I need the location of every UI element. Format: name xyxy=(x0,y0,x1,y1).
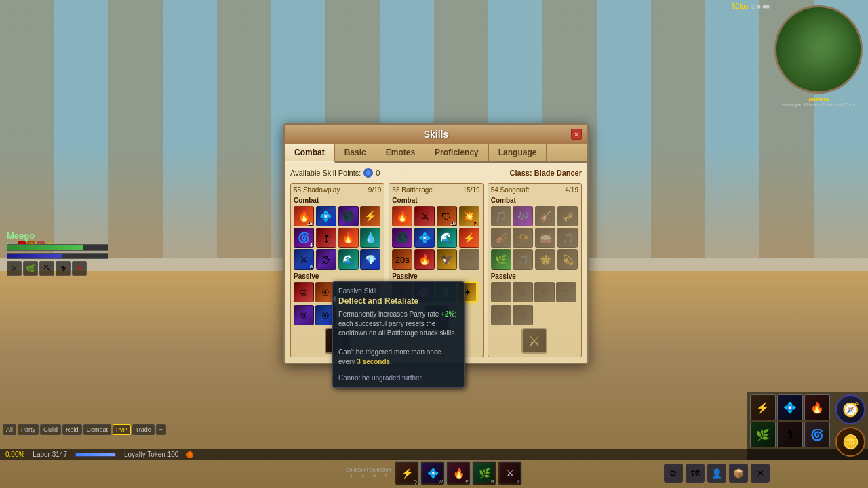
hud-icon[interactable]: 👤 xyxy=(707,464,726,483)
skill-slot[interactable]: 🌑 xyxy=(338,206,359,226)
skill-slot[interactable]: ⚡ xyxy=(459,228,479,248)
skill-slot-locked[interactable]: ? xyxy=(459,249,479,270)
skill-slot[interactable]: ⚔ 6 xyxy=(294,249,314,270)
skill-slot[interactable]: 🗡 xyxy=(316,228,336,248)
br-slot[interactable]: 🔥 xyxy=(804,394,830,420)
server-icons: S ■ ■■ xyxy=(751,3,770,10)
hud-icon[interactable]: 🗺 xyxy=(686,464,705,483)
tab-emotes[interactable]: Emotes xyxy=(376,144,425,161)
skill-slot[interactable]: 💥 7↑ xyxy=(459,206,479,226)
tooltip-highlight-2: 3 seconds xyxy=(357,358,390,365)
window-title: Skills xyxy=(424,129,449,140)
br-slot[interactable]: 🌀 xyxy=(804,422,830,447)
shadowplay-name: 55 Shadowplay xyxy=(294,186,340,194)
chat-tab-party[interactable]: Party xyxy=(18,424,39,435)
skill-slot[interactable]: ⚔ xyxy=(414,206,435,226)
chat-tab-pvp[interactable]: PvP xyxy=(113,424,131,435)
minimap[interactable] xyxy=(774,5,863,94)
top-hud-bar: 52fps S ■ ■■ xyxy=(732,3,770,10)
tooltip-desc-line2: ; each successful parry resets the coold… xyxy=(338,310,456,337)
class-name-display: Class: Blade Dancer xyxy=(510,169,582,177)
chat-tab-raid[interactable]: Raid xyxy=(62,424,82,435)
hotbar-slot-1[interactable]: ⚡ Q xyxy=(395,461,419,485)
tooltip-type: Passive Skill xyxy=(338,287,458,295)
skill-slot[interactable]: 🌀 4 xyxy=(294,228,314,248)
battlerage-combat-grid: 🔥 ⚔ 🛡 10 💥 7↑ 🌑 xyxy=(392,206,479,270)
tab-combat[interactable]: Combat xyxy=(285,144,335,163)
skill-slot[interactable]: 🌑 xyxy=(392,228,412,248)
skill-slot[interactable]: ⚡ xyxy=(360,206,380,226)
hp-bar xyxy=(7,244,108,251)
compass-icon: 🧭 xyxy=(835,394,865,424)
songcraft-combat-label: Combat xyxy=(491,197,578,204)
tab-basic[interactable]: Basic xyxy=(335,144,376,161)
hotbar-slot-x[interactable]: ⚔ X xyxy=(498,461,522,485)
chat-tabs: All Party Guild Raid Combat PvP Trade + xyxy=(0,424,169,435)
br-slot[interactable]: 🌿 xyxy=(750,422,776,447)
skill-slot[interactable]: 🌿 xyxy=(491,249,511,270)
skill-slot[interactable]: 💎 xyxy=(360,249,380,270)
skill-slot[interactable]: 🌊 xyxy=(338,249,359,270)
player-name: Meego xyxy=(7,230,35,241)
hotbar-slot-3[interactable]: 🔥 E xyxy=(446,461,471,485)
skill-slot-dim[interactable]: 🎸 xyxy=(535,206,555,226)
skill-slot[interactable]: 🌊 xyxy=(437,228,457,248)
skill-slot[interactable]: 🌫 xyxy=(316,249,336,270)
skill-slot[interactable]: 💧 xyxy=(360,228,380,248)
minimap-location: Austera Haranyan Alliance Controlled Zon… xyxy=(774,96,863,107)
hud-icon[interactable]: 📦 xyxy=(729,464,748,483)
skill-slot[interactable]: 🎶 xyxy=(513,206,533,226)
skill-slot[interactable]: 🔥 18 xyxy=(294,206,314,226)
passive-slot-dim[interactable]: ⑧ xyxy=(491,305,511,325)
tab-proficiency[interactable]: Proficiency xyxy=(425,144,489,161)
skill-slot[interactable]: 🔥 xyxy=(338,228,359,248)
chat-tab-add[interactable]: + xyxy=(156,424,166,435)
loyalty-icon xyxy=(186,451,193,458)
skill-slot-dim[interactable]: 🎺 xyxy=(557,206,578,226)
hotbar-slot-4[interactable]: 🌿 R xyxy=(472,461,496,485)
skill-slot-dim[interactable]: 🎵 xyxy=(491,206,511,226)
bottom-right-icons: ⚙ 🗺 👤 📦 ✕ xyxy=(664,464,770,483)
shadowplay-combat-label: Combat xyxy=(294,197,381,204)
skill-slot[interactable]: 🛡 10 xyxy=(437,206,457,226)
skill-slot[interactable]: 20s xyxy=(392,249,412,270)
skill-slot[interactable]: 🔥 xyxy=(414,249,435,270)
currency-icon: 🪙 xyxy=(835,427,865,457)
chat-tab-combat[interactable]: Combat xyxy=(83,424,112,435)
skill-slot[interactable]: 🔥 xyxy=(392,206,412,226)
songcraft-special[interactable] xyxy=(521,328,547,354)
skill-slot[interactable]: 🦅 xyxy=(437,249,457,270)
skill-slot-dim[interactable]: 🎻 xyxy=(491,228,511,248)
skill-slot-dim[interactable]: 🎵 xyxy=(557,228,578,248)
chat-tab-guild[interactable]: Guild xyxy=(40,424,61,435)
skill-slot[interactable]: 💠 xyxy=(316,206,336,226)
hotbar-slot-2[interactable]: 💠 W xyxy=(420,461,445,485)
hud-icon[interactable]: ✕ xyxy=(751,464,770,483)
chat-tab-all[interactable]: All xyxy=(3,424,16,435)
skill-slot-dim[interactable]: 🥁 xyxy=(535,228,555,248)
skill-slot-dim[interactable]: 💫 xyxy=(557,249,578,270)
close-button[interactable]: × xyxy=(571,129,582,140)
passive-slot-dim[interactable]: ⑦ xyxy=(556,282,576,302)
passive-slot-dim[interactable]: ⑩ xyxy=(513,305,533,325)
br-slot[interactable]: 💠 xyxy=(777,394,803,420)
passive-slot[interactable]: ⑨ xyxy=(294,305,314,325)
br-slot[interactable]: 🗡 xyxy=(777,422,803,447)
passive-slot-dim[interactable]: ② xyxy=(491,282,511,302)
tab-language[interactable]: Language xyxy=(489,144,547,161)
passive-slot-dim[interactable]: ⑥ xyxy=(534,282,555,302)
songcraft-header: 54 Songcraft 4/19 xyxy=(491,186,578,194)
window-titlebar: Skills × xyxy=(285,125,587,144)
chat-tab-trade[interactable]: Trade xyxy=(132,424,155,435)
hud-icon[interactable]: ⚙ xyxy=(664,464,683,483)
skill-slot[interactable]: 💠 xyxy=(414,228,435,248)
skill-points-label: Available Skill Points: xyxy=(290,169,361,177)
mp-bar xyxy=(7,253,108,259)
battlerage-passive-label: Passive xyxy=(392,272,479,280)
passive-slot-dim[interactable]: ④ xyxy=(513,282,533,302)
skill-slot-dim[interactable]: 🎵 xyxy=(513,249,533,270)
passive-slot[interactable]: ② xyxy=(294,282,314,302)
skill-slot-dim[interactable]: 📯 xyxy=(513,228,533,248)
br-slot[interactable]: ⚡ xyxy=(750,394,776,420)
skill-slot-dim[interactable]: 🌟 xyxy=(535,249,555,270)
